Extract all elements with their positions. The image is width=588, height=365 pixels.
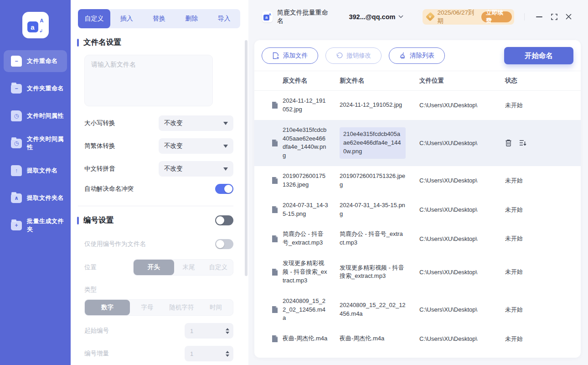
- spinner-icon[interactable]: [226, 351, 229, 357]
- new-filename[interactable]: 20190726001751326.jpeg: [340, 172, 419, 189]
- account-dropdown[interactable]: 392...@qq.com: [349, 13, 403, 21]
- panel-scrollbar-thumb[interactable]: [245, 40, 248, 276]
- file-time-icon: ◷: [11, 110, 22, 121]
- tab-4[interactable]: 导入: [208, 9, 240, 28]
- number-field-row: 编号增量1: [84, 346, 233, 361]
- col-status: 状态: [505, 77, 573, 85]
- file-path: C:\Users\XU\Desktop\: [419, 306, 505, 313]
- select-value: 不改变: [164, 119, 183, 127]
- minimize-button[interactable]: [532, 10, 547, 24]
- new-filename[interactable]: 夜曲-周杰伦.m4a: [340, 334, 419, 343]
- segment-option[interactable]: 自定义: [203, 260, 233, 275]
- sidebar-item[interactable]: −文件夹重命名: [4, 78, 67, 99]
- tab-3[interactable]: 删除: [175, 9, 208, 28]
- table-header: 原文件名 新文件名 文件位置 状态: [254, 71, 581, 91]
- number-input[interactable]: 1: [185, 346, 233, 361]
- settings-tabbar: 自定义插入替换删除导入: [78, 9, 240, 28]
- file-path: C:\Users\XU\Desktop\: [419, 335, 505, 342]
- new-filename[interactable]: 210e4e315fcdcb405aae62ee466dfa4e_1440w.p…: [340, 127, 419, 159]
- close-button[interactable]: [562, 10, 576, 24]
- titlebar: aA 简鹿文件批量重命名 392...@qq.com V 2025/06/27到…: [248, 0, 588, 33]
- move-to-bottom-icon[interactable]: [519, 140, 526, 146]
- file-list-card: 添加文件 撤销修改 清除列表 开始命名 原文件名 新文件名 文件位置 状态: [254, 40, 581, 358]
- close-icon: [566, 14, 572, 20]
- table-row[interactable]: 发现更多精彩视频 - 抖音搜索_extract.mp3发现更多精彩视频 - 抖音…: [254, 253, 581, 291]
- original-filename: 发现更多精彩视频 - 抖音搜索_extract.mp3: [283, 259, 340, 285]
- table-row[interactable]: 210e4e315fcdcb405aae62ee466dfa4e_1440w.p…: [254, 120, 581, 166]
- segment-option[interactable]: 随机字符: [165, 300, 199, 315]
- original-filename: 20240809_15_22_02_12456.m4a: [283, 297, 340, 323]
- delete-icon[interactable]: [505, 139, 512, 146]
- table-row[interactable]: 2024-07-31_14-35-15.png2024-07-31_14-35-…: [254, 195, 581, 224]
- sidebar-item[interactable]: −文件重命名: [4, 50, 67, 72]
- file-icon: [272, 335, 283, 343]
- sidebar-item[interactable]: +批量生成文件夹: [4, 214, 67, 236]
- number-field-label: 起始编号: [84, 327, 109, 335]
- new-filename-input[interactable]: [84, 55, 213, 106]
- new-filename[interactable]: 20240809_15_22_02_12456.m4a: [340, 301, 419, 318]
- undo-button[interactable]: 撤销修改: [325, 47, 382, 64]
- select-control[interactable]: 不改变: [159, 138, 233, 154]
- new-filename[interactable]: 2024-07-31_14-35-15.png: [340, 201, 419, 219]
- titlebar-divider: [524, 13, 525, 21]
- segment-option[interactable]: 末尾: [174, 260, 204, 275]
- table-row[interactable]: 20190726001751326.jpeg20190726001751326.…: [254, 166, 581, 195]
- numbering-toggle[interactable]: [215, 215, 233, 225]
- status-cell: 未开始: [505, 235, 573, 243]
- only-number-row: 仅使用编号作为文件名: [84, 239, 233, 249]
- chevron-down-icon: [223, 122, 228, 125]
- new-filename[interactable]: 2024-11-12_191052.jpg: [340, 101, 419, 110]
- renew-button[interactable]: 立即续费: [481, 11, 512, 22]
- tab-0[interactable]: 自定义: [78, 9, 110, 28]
- select-value: 不改变: [164, 165, 183, 173]
- clear-list-button[interactable]: 清除列表: [389, 47, 445, 64]
- new-filename[interactable]: 发现更多精彩视频 - 抖音搜索_extract.mp3: [340, 264, 419, 281]
- file-path: C:\Users\XU\Desktop\: [419, 177, 505, 184]
- tab-1[interactable]: 插入: [110, 9, 143, 28]
- app-icon: aA: [262, 11, 273, 22]
- sidebar-item[interactable]: ↑提取文件名: [4, 160, 67, 182]
- number-input[interactable]: 1: [185, 323, 233, 339]
- convert-label: 简繁体转换: [84, 142, 115, 150]
- convert-row: 简繁体转换不改变: [84, 138, 233, 154]
- chevron-down-icon: [398, 15, 403, 18]
- only-number-toggle[interactable]: [215, 239, 233, 249]
- start-rename-button[interactable]: 开始命名: [504, 47, 573, 64]
- table-row[interactable]: 简鹿办公 - 抖音号_extract.mp3简鹿办公 - 抖音号_extract…: [254, 224, 581, 253]
- sidebar-item-label: 文件夹重命名: [27, 84, 64, 93]
- table-row[interactable]: 20240809_15_22_02_12456.m4a20240809_15_2…: [254, 291, 581, 329]
- status-cell: 未开始: [505, 177, 573, 185]
- new-filename-editable[interactable]: 210e4e315fcdcb405aae62ee466dfa4e_1440w.p…: [340, 127, 406, 159]
- segment-option[interactable]: 时间: [199, 300, 233, 315]
- settings-panel: 自定义插入替换删除导入 文件名设置 大小写转换不改变简繁体转换不改变中文转拼音不…: [71, 0, 248, 365]
- segment-option[interactable]: 字母: [130, 300, 164, 315]
- divider: [78, 206, 233, 206]
- table-row[interactable]: 2024-11-12_191052.jpg2024-11-12_191052.j…: [254, 91, 581, 120]
- number-field-row: 起始编号1: [84, 323, 233, 339]
- number-value: 1: [190, 328, 193, 334]
- spinner-icon[interactable]: [226, 328, 229, 334]
- segment-option[interactable]: 数字: [85, 300, 130, 315]
- add-files-button[interactable]: 添加文件: [262, 47, 318, 64]
- convert-options: 大小写转换不改变简繁体转换不改变中文转拼音不改变: [71, 115, 248, 177]
- col-original-name: 原文件名: [283, 77, 340, 85]
- auto-resolve-toggle[interactable]: [215, 184, 233, 194]
- sidebar-item[interactable]: ◷文件时间属性: [4, 105, 67, 127]
- section-accent-bar: [77, 39, 79, 47]
- tab-2[interactable]: 替换: [143, 9, 175, 28]
- select-control[interactable]: 不改变: [159, 161, 233, 177]
- maximize-button[interactable]: [547, 10, 561, 24]
- extract-filename-icon: ↑: [11, 165, 22, 176]
- table-row[interactable]: 夜曲-周杰伦.m4a夜曲-周杰伦.m4aC:\Users\XU\Desktop\…: [254, 328, 581, 349]
- chevron-down-icon: [223, 167, 228, 171]
- file-icon: [272, 206, 283, 214]
- sidebar-item-label: 文件重命名: [27, 57, 58, 65]
- sidebar-item[interactable]: ◷文件夹时间属性: [4, 132, 67, 154]
- section-title: 文件名设置: [83, 37, 233, 47]
- segment-option[interactable]: 开头: [134, 260, 174, 275]
- sidebar-item[interactable]: ∧提取文件夹名: [4, 187, 67, 209]
- license-expiry: 2025/06/27到期: [438, 9, 478, 25]
- select-control[interactable]: 不改变: [159, 115, 233, 131]
- new-filename[interactable]: 简鹿办公 - 抖音号_extract.mp3: [340, 230, 419, 247]
- position-segmented-control: 开头末尾自定义: [133, 259, 233, 276]
